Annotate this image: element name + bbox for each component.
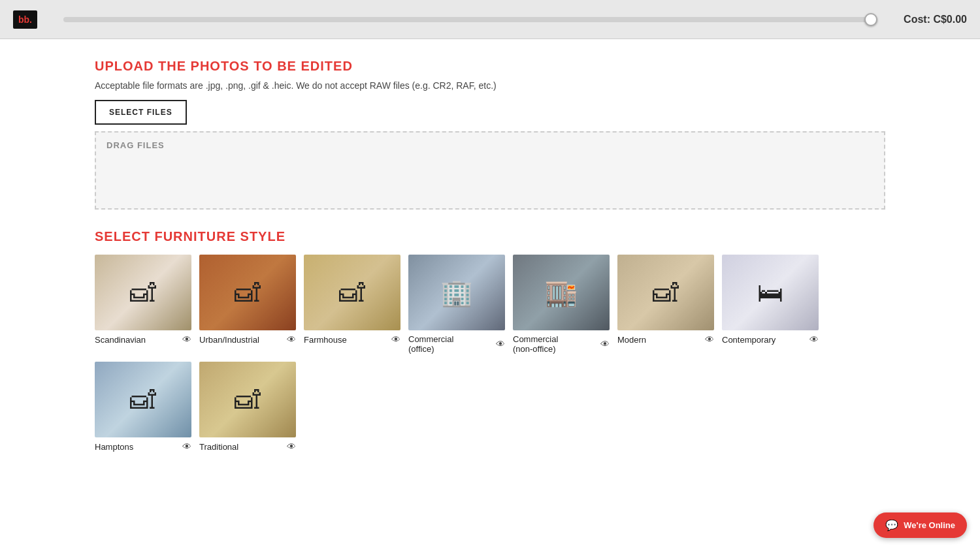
drag-drop-area[interactable]: DRAG FILES bbox=[95, 131, 885, 210]
style-item-commercial-non-office[interactable]: 🏬 Commercial(non-office) 👁 bbox=[513, 255, 610, 354]
style-img-hamptons: 🛋 bbox=[95, 362, 191, 437]
header: bb. Cost: C$0.00 bbox=[0, 0, 980, 39]
eye-icon-scandinavian[interactable]: 👁 bbox=[182, 334, 191, 345]
style-img-commercial-non-office: 🏬 bbox=[513, 255, 610, 330]
style-img-inner-urban: 🛋 bbox=[199, 255, 296, 330]
upload-description: Acceptable file formats are .jpg, .png, … bbox=[95, 80, 885, 91]
style-label-commercial-office: Commercial(office) bbox=[408, 334, 453, 354]
style-label-row-modern: Modern 👁 bbox=[617, 334, 714, 345]
logo-text: bb. bbox=[18, 14, 32, 25]
style-img-inner-farmhouse: 🛋 bbox=[304, 255, 400, 330]
style-label-urban: Urban/Industrial bbox=[199, 335, 259, 345]
style-label-hamptons: Hamptons bbox=[95, 442, 133, 452]
style-img-farmhouse: 🛋 bbox=[304, 255, 400, 330]
style-item-commercial-office[interactable]: 🏢 Commercial(office) 👁 bbox=[408, 255, 505, 354]
header-center bbox=[37, 17, 904, 22]
style-item-scandinavian[interactable]: 🛋 Scandinavian 👁 bbox=[95, 255, 191, 354]
style-img-traditional: 🛋 bbox=[199, 362, 296, 437]
style-img-inner-hamptons: 🛋 bbox=[95, 362, 191, 437]
style-label-row-farmhouse: Farmhouse 👁 bbox=[304, 334, 400, 345]
upload-title: UPLOAD THE PHOTOS TO BE EDITED bbox=[95, 59, 885, 74]
eye-icon-modern[interactable]: 👁 bbox=[705, 334, 714, 345]
style-item-contemporary[interactable]: 🛏 Contemporary 👁 bbox=[722, 255, 819, 354]
style-label-scandinavian: Scandinavian bbox=[95, 335, 146, 345]
style-label-farmhouse: Farmhouse bbox=[304, 335, 347, 345]
style-label-row-commercial-non-office: Commercial(non-office) 👁 bbox=[513, 334, 610, 354]
eye-icon-traditional[interactable]: 👁 bbox=[287, 441, 296, 452]
progress-bar-track[interactable] bbox=[63, 17, 877, 22]
select-files-button[interactable]: SELECT FILES bbox=[95, 100, 187, 125]
logo: bb. bbox=[13, 10, 37, 29]
style-label-commercial-non-office: Commercial(non-office) bbox=[513, 334, 558, 354]
furniture-title: SELECT FURNITURE STYLE bbox=[95, 229, 885, 244]
eye-icon-farmhouse[interactable]: 👁 bbox=[391, 334, 400, 345]
style-img-contemporary: 🛏 bbox=[722, 255, 819, 330]
main-content: UPLOAD THE PHOTOS TO BE EDITED Acceptabl… bbox=[0, 39, 980, 471]
style-img-urban: 🛋 bbox=[199, 255, 296, 330]
style-item-urban-industrial[interactable]: 🛋 Urban/Industrial 👁 bbox=[199, 255, 296, 354]
style-img-inner-commercial-office: 🏢 bbox=[408, 255, 505, 330]
style-label-row-traditional: Traditional 👁 bbox=[199, 441, 296, 452]
eye-icon-contemporary[interactable]: 👁 bbox=[809, 334, 819, 345]
style-label-contemporary: Contemporary bbox=[722, 335, 776, 345]
eye-icon-urban[interactable]: 👁 bbox=[287, 334, 296, 345]
style-label-row-scandinavian: Scandinavian 👁 bbox=[95, 334, 191, 345]
style-img-commercial-office: 🏢 bbox=[408, 255, 505, 330]
style-item-modern[interactable]: 🛋 Modern 👁 bbox=[617, 255, 714, 354]
style-item-hamptons[interactable]: 🛋 Hamptons 👁 bbox=[95, 362, 191, 452]
drag-files-label: DRAG FILES bbox=[106, 140, 165, 150]
style-img-inner-modern: 🛋 bbox=[617, 255, 714, 330]
style-img-scandinavian: 🛋 bbox=[95, 255, 191, 330]
style-label-row-hamptons: Hamptons 👁 bbox=[95, 441, 191, 452]
style-label-row-contemporary: Contemporary 👁 bbox=[722, 334, 819, 345]
eye-icon-commercial-non-office[interactable]: 👁 bbox=[600, 339, 610, 349]
style-label-modern: Modern bbox=[617, 335, 646, 345]
style-label-row-urban: Urban/Industrial 👁 bbox=[199, 334, 296, 345]
style-img-inner-scandinavian: 🛋 bbox=[95, 255, 191, 330]
eye-icon-commercial-office[interactable]: 👁 bbox=[496, 339, 505, 349]
eye-icon-hamptons[interactable]: 👁 bbox=[182, 441, 191, 452]
progress-bar-thumb[interactable] bbox=[864, 13, 877, 26]
furniture-grid: 🛋 Scandinavian 👁 🛋 Urban/Industrial 👁 🛋 bbox=[95, 255, 885, 452]
style-img-inner-commercial-non: 🏬 bbox=[513, 255, 610, 330]
style-img-inner-contemporary: 🛏 bbox=[722, 255, 819, 330]
style-label-traditional: Traditional bbox=[199, 442, 238, 452]
cost-label: Cost: C$0.00 bbox=[904, 14, 967, 25]
style-label-row-commercial-office: Commercial(office) 👁 bbox=[408, 334, 505, 354]
style-img-modern: 🛋 bbox=[617, 255, 714, 330]
style-item-farmhouse[interactable]: 🛋 Farmhouse 👁 bbox=[304, 255, 400, 354]
style-item-traditional[interactable]: 🛋 Traditional 👁 bbox=[199, 362, 296, 452]
style-img-inner-traditional: 🛋 bbox=[199, 362, 296, 437]
